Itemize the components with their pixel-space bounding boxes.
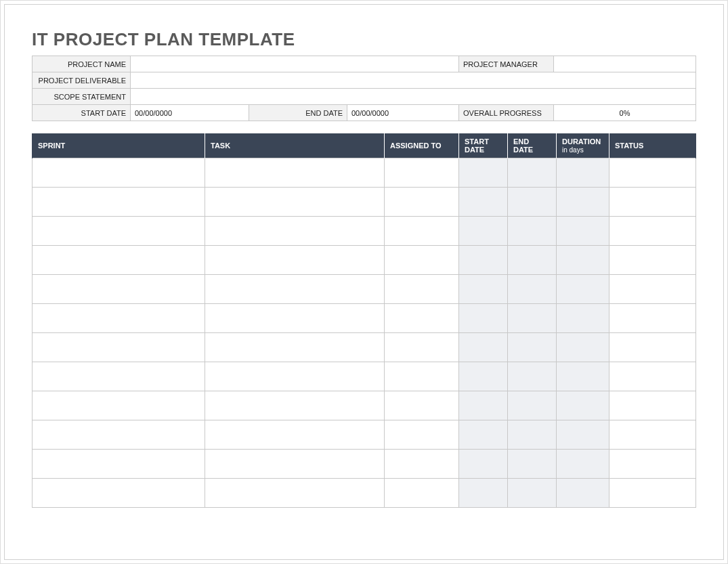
cell-duration[interactable] [557,420,609,450]
cell-sprint[interactable] [33,362,205,391]
start-date-value[interactable]: 00/00/0000 [131,105,249,121]
cell-status[interactable] [609,362,696,391]
cell-task[interactable] [205,188,385,217]
cell-end-date[interactable] [508,304,557,333]
cell-task[interactable] [205,158,385,188]
cell-assigned-to[interactable] [385,188,459,217]
cell-duration[interactable] [557,479,609,508]
cell-status[interactable] [609,450,696,479]
cell-duration[interactable] [557,391,609,420]
cell-task[interactable] [205,217,385,246]
cell-end-date[interactable] [508,275,557,304]
scope-value[interactable] [131,89,696,105]
cell-sprint[interactable] [33,275,205,304]
cell-assigned-to[interactable] [385,333,459,362]
table-row [33,188,696,217]
cell-status[interactable] [609,275,696,304]
cell-start-date[interactable] [459,420,508,450]
cell-start-date[interactable] [459,217,508,246]
cell-duration[interactable] [557,333,609,362]
cell-end-date[interactable] [508,217,557,246]
cell-task[interactable] [205,304,385,333]
cell-start-date[interactable] [459,362,508,391]
cell-task[interactable] [205,362,385,391]
cell-start-date[interactable] [459,304,508,333]
cell-duration[interactable] [557,188,609,217]
cell-task[interactable] [205,479,385,508]
cell-assigned-to[interactable] [385,450,459,479]
cell-start-date[interactable] [459,246,508,275]
cell-sprint[interactable] [33,450,205,479]
cell-status[interactable] [609,217,696,246]
table-row [33,158,696,188]
cell-duration[interactable] [557,158,609,188]
cell-sprint[interactable] [33,304,205,333]
cell-sprint[interactable] [33,479,205,508]
cell-sprint[interactable] [33,420,205,450]
cell-status[interactable] [609,333,696,362]
cell-duration[interactable] [557,362,609,391]
cell-end-date[interactable] [508,158,557,188]
cell-assigned-to[interactable] [385,362,459,391]
col-sprint: SPRINT [33,133,205,158]
cell-status[interactable] [609,158,696,188]
cell-duration[interactable] [557,217,609,246]
cell-start-date[interactable] [459,333,508,362]
cell-end-date[interactable] [508,450,557,479]
cell-duration[interactable] [557,304,609,333]
cell-assigned-to[interactable] [385,158,459,188]
cell-sprint[interactable] [33,333,205,362]
cell-assigned-to[interactable] [385,246,459,275]
cell-end-date[interactable] [508,420,557,450]
cell-assigned-to[interactable] [385,217,459,246]
cell-status[interactable] [609,420,696,450]
table-row [33,450,696,479]
cell-task[interactable] [205,333,385,362]
cell-status[interactable] [609,246,696,275]
cell-end-date[interactable] [508,333,557,362]
page: IT PROJECT PLAN TEMPLATE PROJECT NAME PR… [4,4,724,560]
cell-task[interactable] [205,450,385,479]
cell-assigned-to[interactable] [385,420,459,450]
cell-sprint[interactable] [33,246,205,275]
project-manager-value[interactable] [554,56,696,72]
cell-assigned-to[interactable] [385,275,459,304]
cell-task[interactable] [205,246,385,275]
end-date-value[interactable]: 00/00/0000 [347,105,459,121]
cell-sprint[interactable] [33,391,205,420]
cell-assigned-to[interactable] [385,304,459,333]
page-title: IT PROJECT PLAN TEMPLATE [32,29,696,50]
cell-duration[interactable] [557,275,609,304]
deliverable-label: PROJECT DELIVERABLE [33,72,131,89]
cell-end-date[interactable] [508,391,557,420]
cell-task[interactable] [205,391,385,420]
cell-start-date[interactable] [459,158,508,188]
table-header-row: SPRINT TASK ASSIGNED TO STARTDATE ENDDAT… [33,133,696,158]
cell-start-date[interactable] [459,479,508,508]
cell-status[interactable] [609,479,696,508]
project-name-value[interactable] [131,56,459,72]
cell-sprint[interactable] [33,188,205,217]
spacer [32,121,696,133]
cell-sprint[interactable] [33,158,205,188]
cell-status[interactable] [609,188,696,217]
table-row [33,479,696,508]
cell-assigned-to[interactable] [385,479,459,508]
cell-duration[interactable] [557,246,609,275]
cell-end-date[interactable] [508,246,557,275]
cell-start-date[interactable] [459,391,508,420]
cell-start-date[interactable] [459,450,508,479]
cell-end-date[interactable] [508,479,557,508]
cell-task[interactable] [205,275,385,304]
cell-status[interactable] [609,304,696,333]
deliverable-value[interactable] [131,72,696,89]
cell-status[interactable] [609,391,696,420]
cell-end-date[interactable] [508,188,557,217]
cell-end-date[interactable] [508,362,557,391]
cell-start-date[interactable] [459,275,508,304]
cell-assigned-to[interactable] [385,391,459,420]
cell-duration[interactable] [557,450,609,479]
cell-start-date[interactable] [459,188,508,217]
cell-task[interactable] [205,420,385,450]
cell-sprint[interactable] [33,217,205,246]
